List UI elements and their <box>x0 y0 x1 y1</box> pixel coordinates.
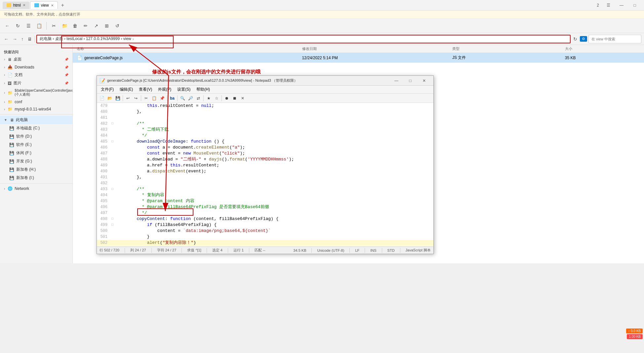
tab-html-label: html <box>13 3 21 8</box>
refresh-nav[interactable]: ↻ <box>572 36 579 42</box>
np-macro[interactable]: ⏺ <box>223 95 230 102</box>
tab-html[interactable]: html ✕ <box>3 2 29 9</box>
paste-button[interactable]: 📁 <box>60 21 69 30</box>
g-icon: 💾 <box>9 159 14 164</box>
notepad-maximize[interactable]: □ <box>404 77 417 84</box>
tab-view[interactable]: view ✕ <box>30 1 58 9</box>
nav-settings[interactable]: ⚙ <box>580 36 587 42</box>
col-size[interactable]: 大小 <box>565 46 640 51</box>
toolbar-options[interactable]: ☰ <box>24 21 33 30</box>
code-line-482: 482 □ /** <box>97 121 433 127</box>
np-new[interactable]: 📄 <box>98 95 105 102</box>
minimize-button[interactable]: — <box>615 2 628 9</box>
refresh2-button[interactable]: ↺ <box>113 21 122 30</box>
this-pc-section: ▼ 🖥 此电脑 💾 本地磁盘 (C:) 💾 软件 (D:) 💾 软件 (E:) <box>0 116 72 182</box>
status-lang: JavaScript 脚本 <box>406 248 431 253</box>
np-bold[interactable]: ba <box>169 95 176 102</box>
np-bookmark2[interactable]: ☆ <box>213 95 220 102</box>
notepad-close[interactable]: ✕ <box>418 77 431 84</box>
sidebar-item-desktop[interactable]: › 🖥 桌面 📌 <box>0 55 72 64</box>
np-find[interactable]: 🔎 <box>187 95 194 102</box>
back-button[interactable]: ← <box>3 21 12 30</box>
menu-appearance[interactable]: 外观(P) <box>155 86 174 93</box>
sidebar-item-conf[interactable]: › 📁 conf <box>0 98 72 106</box>
maximize-button[interactable]: □ <box>628 2 641 9</box>
sidebar-divider <box>0 114 72 114</box>
d-icon: 💾 <box>9 134 14 139</box>
desktop-label: 桌面 <box>14 57 21 62</box>
np-redo[interactable]: ↪ <box>132 95 140 102</box>
nav-up[interactable]: ↑ <box>20 36 25 42</box>
tab-view-close[interactable]: ✕ <box>51 4 54 7</box>
sidebar-item-g[interactable]: 💾 开发 (G:) <box>0 157 72 165</box>
rename-button[interactable]: ✏ <box>81 21 90 30</box>
js-file-icon: 📄 <box>77 55 82 61</box>
status-sep4 <box>207 248 207 253</box>
file-date: 12/24/2022 5:14 PM <box>302 56 452 60</box>
code-line-484: 484 */ <box>97 133 433 139</box>
notepad-minimize[interactable]: — <box>390 77 403 84</box>
sidebar-item-mysql[interactable]: › 📁 mysql-8.0.11-winx64 <box>0 106 72 113</box>
np-close-x[interactable]: ✕ <box>239 95 246 102</box>
code-area[interactable]: 479 this.resultContent = null; 480 }, 48… <box>97 103 433 246</box>
np-stop[interactable]: ⏹ <box>231 95 238 102</box>
np-bookmark[interactable]: ★ <box>205 95 212 102</box>
tb-sep3 <box>167 95 167 101</box>
sidebar-item-i[interactable]: 💾 新加卷 (I:) <box>0 174 72 182</box>
breadcrumb-expand[interactable]: › <box>133 37 134 41</box>
code-line-502: 502 alert("复制内容除！") <box>97 240 433 246</box>
quick-access-title: 快速访问 <box>0 48 72 55</box>
nav-forward[interactable]: → <box>11 36 19 42</box>
menu-view[interactable]: 查看(V) <box>136 86 155 93</box>
col-type[interactable]: 类型 <box>452 46 565 51</box>
file-row-js[interactable]: 📄 generateCodePage.js 12/24/2022 5:14 PM… <box>73 53 644 63</box>
menu-help[interactable]: 帮助(H) <box>194 86 213 93</box>
code-line-494: 494 * 复制内容 <box>97 192 433 198</box>
col-date[interactable]: 修改日期 <box>302 46 452 51</box>
pin-icon-dl: 📌 <box>64 66 68 69</box>
sidebar-item-c[interactable]: 💾 本地磁盘 (C:) <box>0 124 72 132</box>
sidebar-item-network[interactable]: › 🌐 Network <box>0 185 72 192</box>
notepad-win-buttons: — □ ✕ <box>390 77 431 84</box>
sidebar-item-f[interactable]: 💾 休闲 (F:) <box>0 149 72 157</box>
np-open[interactable]: 📂 <box>106 95 113 102</box>
e-icon: 💾 <box>9 143 14 147</box>
np-cut[interactable]: ✂ <box>142 95 150 102</box>
tab-html-close[interactable]: ✕ <box>23 3 25 7</box>
status-col: 列 24 / 27 <box>130 248 146 253</box>
new-tab-button[interactable]: + <box>59 2 67 8</box>
breadcrumb-bar[interactable]: 此电脑 › 桌面 › testLocal › 127.0.0.1%3A9999 … <box>36 35 571 43</box>
docs-label: 文档 <box>15 72 22 78</box>
col-name[interactable]: 名称 <box>77 46 302 51</box>
expand-icon-docs: › <box>4 73 5 77</box>
menu-edit[interactable]: 编辑(E) <box>117 86 136 93</box>
sidebar-item-controller[interactable]: › 📁 ${tableUpperCamelCase}Controller[jav… <box>0 87 72 98</box>
np-paste[interactable]: 📌 <box>158 95 166 102</box>
view-button[interactable]: ⊞ <box>102 21 111 30</box>
menu-settings[interactable]: 设置(S) <box>175 86 193 93</box>
expand-icon-mysql: › <box>4 108 5 111</box>
sidebar-item-e[interactable]: 💾 软件 (E:) <box>0 141 72 149</box>
delete-button[interactable]: 🗑 <box>70 21 80 30</box>
explorer-toolbar: ← ↻ ☰ 📋 ✂ 📁 🗑 ✏ ↗ ⊞ ↺ <box>0 19 644 33</box>
np-undo[interactable]: ↩ <box>124 95 132 102</box>
sidebar-item-d[interactable]: 💾 软件 (D:) <box>0 132 72 141</box>
sidebar-item-h[interactable]: 💾 新加卷 (H:) <box>0 165 72 174</box>
sidebar-item-pics[interactable]: › 🖼 图片 📌 <box>0 79 72 87</box>
refresh-button[interactable]: ↻ <box>13 21 22 30</box>
cut-button[interactable]: ✂ <box>49 21 59 30</box>
sidebar-item-docs[interactable]: › 📄 文档 📌 <box>0 71 72 79</box>
copy-button[interactable]: 📋 <box>34 21 44 30</box>
np-save[interactable]: 💾 <box>114 95 121 102</box>
menu-file[interactable]: 文件(F) <box>98 86 116 93</box>
sidebar-item-this-pc[interactable]: ▼ 🖥 此电脑 <box>0 116 72 124</box>
share-button[interactable]: ↗ <box>92 21 101 30</box>
nav-back[interactable]: ← <box>3 36 10 42</box>
np-copy[interactable]: 📋 <box>150 95 158 102</box>
search-input[interactable] <box>588 35 641 43</box>
nav-this-pc[interactable]: 🖥 <box>26 36 33 42</box>
sidebar-item-downloads[interactable]: › 📥 Downloads 📌 <box>0 64 72 71</box>
np-search[interactable]: 🔍 <box>179 95 186 102</box>
menu-button[interactable]: ☰ <box>602 2 615 9</box>
np-replace[interactable]: ⇄ <box>195 95 202 102</box>
